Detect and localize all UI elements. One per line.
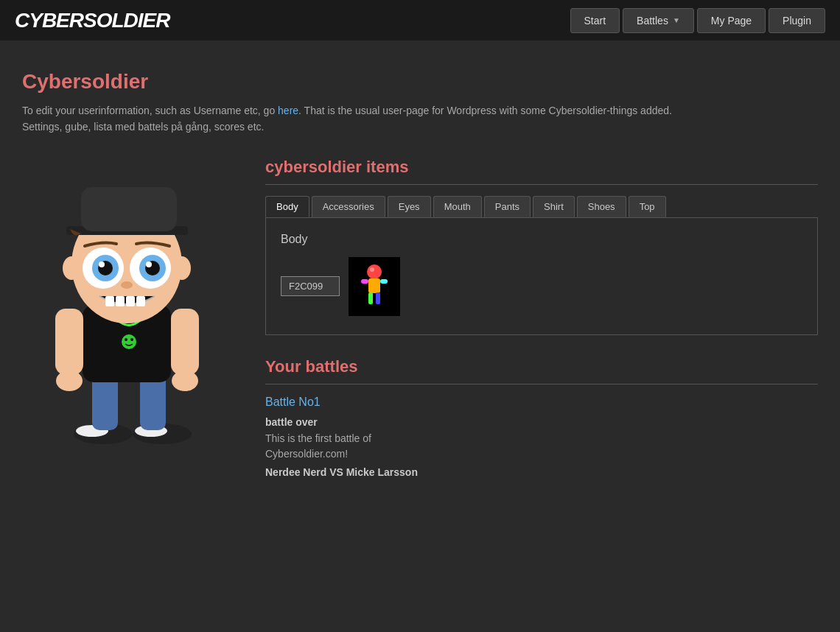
svg-point-33 <box>367 264 382 279</box>
desc-part2: . That is the usual user-page for Wordpr… <box>298 105 672 116</box>
character-display <box>22 172 228 452</box>
battle-players: Nerdee Nerd VS Micke Larsson <box>265 466 818 478</box>
tab-body[interactable]: Body <box>265 196 309 217</box>
nav-battles-button[interactable]: Battles ▼ <box>623 8 694 33</box>
items-title: cybersoldier items <box>265 158 818 177</box>
svg-rect-30 <box>136 296 145 306</box>
svg-point-25 <box>146 261 152 267</box>
desc-part1: To edit your userinformation, such as Us… <box>22 105 278 116</box>
nav-plugin-button[interactable]: Plugin <box>769 8 825 33</box>
tab-accessories[interactable]: Accessories <box>312 196 385 217</box>
navbar: CYBERSOLDIER Start Battles ▼ My Page Plu… <box>0 0 840 41</box>
page-description: To edit your userinformation, such as Us… <box>22 102 685 136</box>
svg-rect-35 <box>368 292 373 304</box>
chevron-down-icon: ▼ <box>673 16 680 24</box>
battle-desc-line1: This is the first battle of <box>265 432 371 444</box>
svg-rect-34 <box>368 278 380 293</box>
svg-rect-10 <box>55 309 83 375</box>
desc-line2: Settings, gube, lista med battels på gån… <box>22 121 264 133</box>
svg-point-31 <box>63 256 80 280</box>
site-logo[interactable]: CYBERSOLDIER <box>15 9 169 32</box>
nav-mypage-button[interactable]: My Page <box>697 8 766 33</box>
battles-section: Your battles Battle No1 battle over This… <box>265 357 818 478</box>
right-column: cybersoldier items Body Accessories Eyes… <box>265 158 818 478</box>
tab-panel-title: Body <box>281 233 802 246</box>
tab-top[interactable]: Top <box>629 196 666 217</box>
tab-shirt[interactable]: Shirt <box>533 196 575 217</box>
svg-rect-38 <box>380 279 388 284</box>
two-column-layout: cybersoldier items Body Accessories Eyes… <box>22 158 818 478</box>
svg-point-13 <box>172 371 198 391</box>
svg-point-24 <box>99 261 105 267</box>
items-section: cybersoldier items Body Accessories Eyes… <box>265 158 818 335</box>
color-input-field[interactable] <box>281 276 340 296</box>
svg-rect-37 <box>361 279 368 284</box>
battle-status: battle over <box>265 416 818 428</box>
tab-pants[interactable]: Pants <box>484 196 531 217</box>
nav-links: Start Battles ▼ My Page Plugin <box>570 8 825 33</box>
battles-divider <box>265 384 818 385</box>
svg-rect-28 <box>116 296 125 306</box>
character-column <box>22 158 243 452</box>
battle-desc-line2: Cybersoldier.com! <box>265 448 348 460</box>
svg-point-7 <box>122 334 136 349</box>
character-preview-box <box>349 257 400 316</box>
battle-description: This is the first battle of Cybersoldier… <box>265 431 818 462</box>
here-link[interactable]: here <box>278 105 298 116</box>
tab-panel-body: Body <box>265 217 818 335</box>
battles-label: Battles <box>637 15 668 27</box>
svg-point-26 <box>121 281 133 289</box>
svg-point-9 <box>130 338 133 341</box>
items-divider <box>265 184 818 185</box>
battle-link[interactable]: Battle No1 <box>265 396 818 409</box>
svg-rect-17 <box>81 187 177 231</box>
item-tabs: Body Accessories Eyes Mouth Pants Shirt … <box>265 196 818 217</box>
main-content: Cybersoldier To edit your userinformatio… <box>0 41 840 500</box>
svg-point-8 <box>125 338 127 341</box>
battles-title: Your battles <box>265 357 818 376</box>
svg-rect-36 <box>376 292 380 304</box>
nav-start-button[interactable]: Start <box>570 8 620 33</box>
mini-character-svg <box>356 261 393 312</box>
svg-point-32 <box>173 256 191 280</box>
svg-point-39 <box>370 267 374 272</box>
svg-rect-29 <box>126 296 135 306</box>
svg-rect-27 <box>105 296 114 306</box>
tab-shoes[interactable]: Shoes <box>577 196 626 217</box>
tab-eyes[interactable]: Eyes <box>388 196 431 217</box>
color-row <box>281 257 802 316</box>
svg-point-12 <box>56 371 83 391</box>
character-illustration <box>29 176 221 449</box>
page-title: Cybersoldier <box>22 70 818 94</box>
svg-rect-11 <box>171 309 199 375</box>
tab-mouth[interactable]: Mouth <box>433 196 482 217</box>
